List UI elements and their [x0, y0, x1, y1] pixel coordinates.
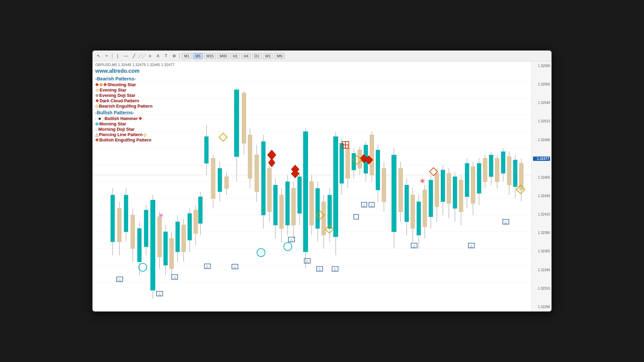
hammer-icon1: □ — [95, 116, 98, 121]
svg-rect-97 — [465, 163, 469, 197]
price-9: 1.32415 — [533, 213, 550, 216]
price-14: 1.32290 — [533, 305, 550, 309]
legend-bullish-engulf: ✤ Bullish Engulfing Pattern — [95, 137, 153, 142]
svg-rect-121 — [124, 195, 128, 232]
text-tool[interactable]: A — [155, 53, 161, 59]
svg-text:△: △ — [118, 278, 121, 281]
svg-rect-29 — [255, 155, 259, 192]
toolbar: ↖ + | — ╱ ⋰⋰ ≡ A T ⚙ M1 M5 M15 M00 H1 H4… — [93, 51, 551, 61]
svg-rect-127 — [144, 210, 148, 247]
svg-rect-139 — [182, 225, 186, 252]
hammer-icon2: ■ — [98, 116, 101, 121]
shooting-star-icon: ❋ — [95, 82, 99, 87]
price-1: 1.32590 — [533, 64, 550, 68]
price-11: 1.32365 — [533, 249, 550, 253]
shooting-star-icon2: ✿ — [99, 82, 103, 87]
price-current: 1.32477 — [533, 157, 550, 161]
svg-text:△: △ — [370, 203, 373, 207]
price-4: 1.32515 — [533, 119, 550, 123]
svg-rect-145 — [199, 197, 203, 224]
price-12: 1.32340 — [533, 268, 550, 272]
evening-star-icon: ☆ — [95, 88, 99, 93]
price-axis: 1.32590 1.32565 1.32540 1.32515 1.32490 … — [531, 61, 551, 311]
fib-tool[interactable]: ⋰⋰ — [139, 53, 145, 59]
shooting-star-label: Shooting Star — [107, 82, 136, 87]
channels-tool[interactable]: ≡ — [147, 53, 153, 59]
label-tool[interactable]: T — [163, 53, 169, 59]
bullish-engulf-icon: ✤ — [95, 138, 99, 142]
hline-tool[interactable]: — — [122, 53, 129, 59]
website-link: www.altredo.com — [95, 68, 153, 74]
bearish-engulf-label: Bearish Engulfing Pattern — [99, 104, 153, 109]
svg-rect-43 — [298, 177, 302, 214]
svg-rect-131 — [158, 217, 162, 257]
sep1 — [112, 53, 112, 59]
evening-star-label: Evening Star — [100, 87, 126, 93]
tf-h1[interactable]: H1 — [230, 53, 240, 59]
svg-text:△: △ — [363, 203, 366, 207]
svg-text:△: △ — [504, 220, 507, 224]
svg-rect-87 — [435, 173, 439, 207]
cursor-tool[interactable]: ↖ — [95, 53, 102, 59]
candlestick-chart: ✳ ✳ △ △ △ △ △ △ — [93, 61, 531, 311]
plus-tool[interactable]: + — [103, 53, 110, 59]
svg-point-163 — [139, 263, 147, 271]
legend-morning-star: ✿ Morning Star — [95, 121, 153, 126]
svg-rect-133 — [164, 232, 168, 265]
evening-doji-label: Evening Doji Star — [99, 93, 136, 98]
tf-d1[interactable]: D1 — [252, 53, 262, 59]
chart-main[interactable]: GBPUSD,M5 1.32445 1.32479 1.32445 1.3247… — [93, 61, 531, 311]
svg-text:△: △ — [173, 275, 176, 279]
legend-piercing: △ Piercing Line Pattern ◇ — [95, 132, 153, 137]
svg-rect-75 — [399, 168, 403, 212]
tf-w1[interactable]: W1 — [263, 53, 273, 59]
svg-rect-91 — [447, 173, 451, 203]
svg-rect-17 — [211, 158, 215, 198]
tf-m5[interactable]: M5 — [193, 53, 203, 59]
price-8: 1.32440 — [533, 194, 550, 198]
svg-rect-101 — [477, 163, 481, 193]
svg-rect-23 — [234, 90, 239, 157]
svg-rect-123 — [131, 215, 135, 249]
trendline-tool[interactable]: ╱ — [130, 53, 137, 59]
svg-rect-109 — [501, 152, 505, 173]
svg-rect-47 — [310, 182, 314, 225]
svg-rect-19 — [218, 168, 222, 192]
svg-rect-141 — [188, 214, 192, 240]
morning-star-label: Morning Star — [99, 121, 126, 126]
tf-h4[interactable]: H4 — [241, 53, 251, 59]
svg-rect-103 — [483, 158, 487, 182]
objects-tool[interactable]: ⚙ — [171, 53, 177, 59]
svg-rect-99 — [471, 167, 475, 203]
svg-rect-143 — [194, 210, 198, 234]
bearish-title: -Bearish Patterns- — [95, 76, 153, 81]
legend-evening-doji: ⊕ Evening Doji Star — [95, 93, 153, 98]
price-7: 1.32465 — [533, 176, 550, 179]
svg-rect-111 — [507, 157, 511, 185]
morning-doji-label: Morning Doji Star — [98, 127, 135, 132]
svg-text:✳: ✳ — [420, 177, 425, 185]
svg-rect-33 — [267, 168, 271, 212]
svg-text:△: △ — [334, 267, 336, 271]
price-3: 1.32540 — [533, 101, 550, 105]
svg-rect-89 — [441, 170, 445, 202]
tf-m1[interactable]: M1 — [182, 53, 192, 59]
svg-rect-69 — [376, 150, 380, 190]
tf-mn[interactable]: MN — [274, 53, 285, 59]
svg-rect-61 — [352, 153, 356, 170]
svg-rect-73 — [392, 155, 396, 232]
svg-rect-55 — [333, 136, 338, 237]
piercing-icon2: ◇ — [143, 132, 146, 137]
tf-m30[interactable]: M00 — [217, 53, 229, 59]
tf-m15[interactable]: M15 — [204, 53, 216, 59]
svg-rect-71 — [382, 168, 386, 202]
vline-tool[interactable]: | — [114, 53, 121, 59]
svg-rect-15 — [204, 136, 208, 163]
svg-rect-59 — [346, 148, 350, 178]
bullish-title: -Bullish Patterns- — [95, 110, 153, 115]
price-2: 1.32565 — [533, 82, 550, 86]
svg-rect-51 — [322, 202, 326, 235]
svg-rect-41 — [291, 188, 296, 225]
svg-rect-31 — [261, 141, 265, 215]
svg-text:✳: ✳ — [159, 212, 164, 219]
